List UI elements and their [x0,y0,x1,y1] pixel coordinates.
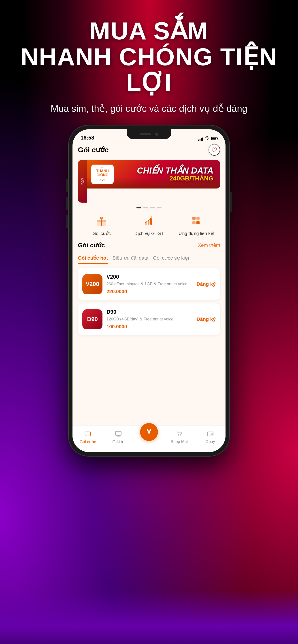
hero-title: MUA SẮM NHANH CHÓNG TIỆN LỢI [0,18,298,96]
quick-link-label-1: Gói cước [92,231,111,236]
status-time: 16:58 [81,134,94,141]
package-info-d90: D90 120GB (4GB/day) & Free onnet voice 1… [107,309,192,330]
banner-carousel: ước SIM THÁNH GIÓNG [78,160,220,202]
dot-4 [157,206,162,208]
package-desc-v200: 260 offnet minutes & 1GB & Free onnet vo… [107,281,192,287]
wallet-nav-icon [206,429,215,438]
package-info-v200: V200 260 offnet minutes & 1GB & Free onn… [107,274,192,294]
quick-links: Gói cước [78,213,220,236]
banner-partial-text: ước [80,178,85,185]
hero-section: MUA SẮM NHANH CHÓNG TIỆN LỢI Mua sim, th… [0,18,298,115]
banner-partial-left: ước [78,160,87,202]
package-icon-text-d90: D90 [87,316,98,323]
package-name-d90: D90 [107,309,192,315]
hero-subtitle: Mua sim, thẻ, gói cước và các dịch vụ dễ… [0,102,298,116]
tab-hot[interactable]: Gói cước hot [78,252,113,264]
svg-rect-20 [211,433,212,434]
phone-screen: 16:58 [73,129,225,452]
shop-nav-icon [175,429,184,438]
register-btn-v200[interactable]: Đăng ký [196,281,216,287]
favorite-button[interactable] [208,144,220,156]
svg-rect-14 [115,431,121,435]
package-tabs: Gói cước hot Siêu ưu đãi data Gói cước s… [78,252,220,264]
package-v200: V200 V200 260 offnet minutes & 1GB & Fre… [78,268,220,300]
svg-rect-11 [192,221,195,224]
nav-shop-mall[interactable]: Shop Mall [164,429,195,444]
sim-badge: SIM THÁNH GIÓNG [91,164,114,184]
svg-point-17 [178,434,179,435]
nav-label-gpay: Gpay [205,440,215,444]
signal-icon [198,137,203,141]
banner-sim-info: SIM THÁNH GIÓNG [91,164,114,184]
status-icons [198,136,217,141]
apps-icon [189,213,204,228]
page-title: Gói cước [78,146,109,154]
svg-rect-10 [196,217,200,220]
quick-link-goi-cuoc[interactable]: Gói cước [78,213,125,236]
package-icon-d90: D90 [82,309,103,330]
sim-name-line2: GIÓNG [94,173,111,177]
banner-promo-text: CHIẾN THẦN DATA 240GB/THÁNG [114,166,216,182]
carousel-dots [78,206,220,208]
wifi-icon [205,136,209,141]
banner-main: SIM THÁNH GIÓNG [87,160,220,188]
bottom-glow [0,554,298,644]
section-title: Gói cước [78,242,105,249]
svg-rect-4 [98,222,100,222]
phone-notch [127,129,171,139]
dot-3 [150,206,155,208]
svg-point-0 [102,180,103,181]
app-content: Gói cước ước [73,143,225,338]
dot-1 [136,206,141,208]
banner-data-amount: 240GB/THÁNG [114,175,213,182]
phone-frame: 16:58 [69,125,229,456]
banner-headline: CHIẾN THẦN DATA [114,166,213,175]
nav-label-shop-mall: Shop Mall [171,440,189,444]
svg-rect-12 [196,221,200,224]
nav-gpay[interactable]: Gpay [195,429,225,444]
dot-2 [143,206,148,208]
package-icon-text-v200: V200 [86,281,99,288]
see-more-link[interactable]: Xem thêm [198,242,220,248]
nav-giai-tri[interactable]: Giải trí [103,429,134,444]
sim-label: SIM [94,166,111,169]
nav-label-goi-cuoc: Gói cước [80,440,96,444]
phone-mockup: 16:58 [69,125,229,456]
quick-link-label-2: Dịch vụ GTGT [134,231,164,236]
svg-rect-7 [150,218,152,225]
viettel-center-btn[interactable] [140,428,158,446]
battery-icon [211,137,217,140]
tab-event[interactable]: Gói cước sự kiện [153,252,195,264]
svg-rect-19 [207,432,213,436]
front-camera [155,132,158,136]
package-d90: D90 D90 120GB (4GB/day) & Free onnet voi… [78,304,220,335]
quick-link-label-3: Ứng dụng liên kết [179,231,214,236]
sim-signal-icon [94,178,111,182]
package-price-d90: 100.000đ [107,324,192,330]
register-btn-d90[interactable]: Đăng ký [196,316,216,322]
svg-point-18 [180,434,181,435]
tab-data[interactable]: Siêu ưu đãi data [113,252,153,264]
banner-section: ước SIM THÁNH GIÓNG [78,160,220,202]
sim-name-line1: THÁNH [94,169,111,173]
viettel-logo [140,423,158,441]
quick-link-apps[interactable]: Ứng dụng liên kết [173,213,220,236]
nav-label-giai-tri: Giải trí [112,440,124,444]
package-desc-d90: 120GB (4GB/day) & Free onnet voice [107,316,192,322]
package-name-v200: V200 [107,274,192,280]
svg-rect-9 [192,217,195,220]
tv-nav-icon [114,429,123,438]
page-header: Gói cước [78,143,220,156]
package-price-v200: 220.000đ [107,289,192,294]
package-nav-icon [83,429,92,438]
nav-goi-cuoc[interactable]: Gói cước [73,429,103,444]
package-icon-v200: V200 [82,274,103,294]
quick-link-gtgt[interactable]: Dịch vụ GTGT [125,213,173,236]
svg-rect-13 [85,432,90,436]
gift-icon [94,213,109,228]
chart-icon [141,213,157,228]
section-header: Gói cước Xem thêm [78,242,220,249]
